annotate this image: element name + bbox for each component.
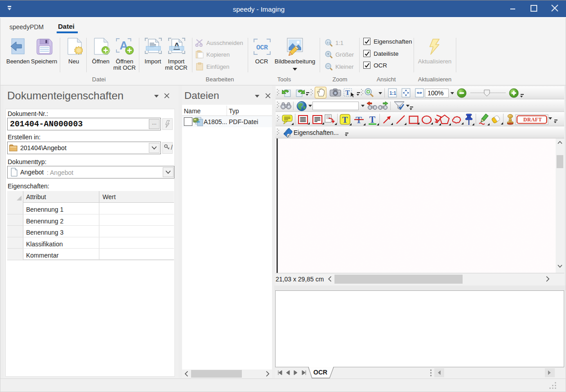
svg-text:T: T bbox=[345, 89, 350, 96]
svg-text:OCR: OCR bbox=[256, 44, 268, 52]
svg-text:T: T bbox=[342, 115, 348, 125]
svg-text:DRAFT: DRAFT bbox=[523, 117, 542, 122]
svg-text:1:1: 1:1 bbox=[390, 91, 397, 96]
svg-text:T: T bbox=[370, 115, 376, 125]
svg-text:1:1: 1:1 bbox=[327, 41, 331, 44]
